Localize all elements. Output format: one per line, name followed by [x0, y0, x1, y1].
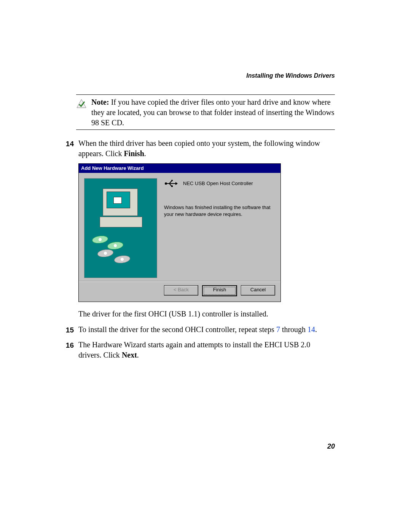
step-14-result: The driver for the first OHCI (USB 1.1) … [78, 309, 335, 319]
note-label: Note: [91, 98, 109, 106]
note-block: Note: If you have copied the driver file… [76, 94, 335, 130]
wizard-button-row: < Back Finish Cancel [79, 281, 280, 302]
step-link-7[interactable]: 7 [276, 325, 280, 334]
wizard-body: NEC USB Open Host Controller Windows has… [79, 173, 280, 281]
running-head: Installing the Windows Drivers [61, 72, 335, 79]
step-number: 14 [62, 138, 74, 159]
usb-icon [164, 180, 178, 187]
back-button: < Back [164, 285, 198, 296]
step-text: through [280, 325, 307, 334]
step-15: 15 To install the driver for the second … [62, 324, 335, 335]
divider [76, 129, 335, 130]
step-text: To install the driver for the second OHC… [78, 325, 276, 334]
step-bold: Next [122, 351, 137, 359]
page-number: 20 [327, 443, 335, 451]
wizard-device-name: NEC USB Open Host Controller [183, 180, 253, 187]
step-link-14[interactable]: 14 [307, 325, 315, 334]
window-icon [113, 197, 122, 204]
step-text: When the third driver has been copied on… [78, 139, 320, 158]
svg-marker-3 [175, 182, 178, 185]
cancel-button[interactable]: Cancel [241, 285, 275, 296]
svg-line-4 [169, 181, 172, 184]
wizard-illustration [84, 178, 157, 278]
note-body: If you have copied the driver files onto… [91, 98, 335, 127]
step-body: When the third driver has been copied on… [78, 138, 335, 159]
wizard-message: Windows has finished installing the soft… [164, 204, 271, 217]
cd-icon [114, 255, 130, 264]
step-text: The Hardware Wizard starts again and att… [78, 340, 310, 359]
wizard-content: NEC USB Open Host Controller Windows has… [164, 178, 275, 278]
svg-point-5 [171, 180, 173, 181]
finish-button[interactable]: Finish [202, 285, 237, 296]
cd-icon [97, 249, 113, 258]
steps-list: 14 When the third driver has been copied… [61, 138, 350, 360]
wizard-dialog: Add New Hardware Wizard [78, 163, 281, 302]
step-16: 16 The Hardware Wizard starts again and … [62, 340, 335, 360]
wizard-titlebar: Add New Hardware Wizard [79, 164, 280, 173]
step-number: 16 [62, 340, 74, 360]
document-page: Installing the Windows Drivers Note: If … [0, 0, 411, 532]
step-text: . [144, 149, 146, 158]
step-body: The Hardware Wizard starts again and att… [78, 340, 335, 360]
step-text: . [137, 351, 139, 359]
step-bold: Finish [124, 149, 144, 158]
note-text: Note: If you have copied the driver file… [91, 97, 335, 128]
step-text: . [315, 325, 317, 334]
check-note-icon [76, 99, 87, 109]
step-14: 14 When the third driver has been copied… [62, 138, 335, 159]
step-body: To install the driver for the second OHC… [78, 324, 335, 335]
computer-base-icon [100, 217, 142, 227]
cd-icon [92, 235, 108, 244]
cd-icon [107, 241, 123, 250]
svg-rect-7 [171, 185, 173, 187]
step-number: 15 [62, 324, 74, 335]
divider [76, 94, 335, 95]
